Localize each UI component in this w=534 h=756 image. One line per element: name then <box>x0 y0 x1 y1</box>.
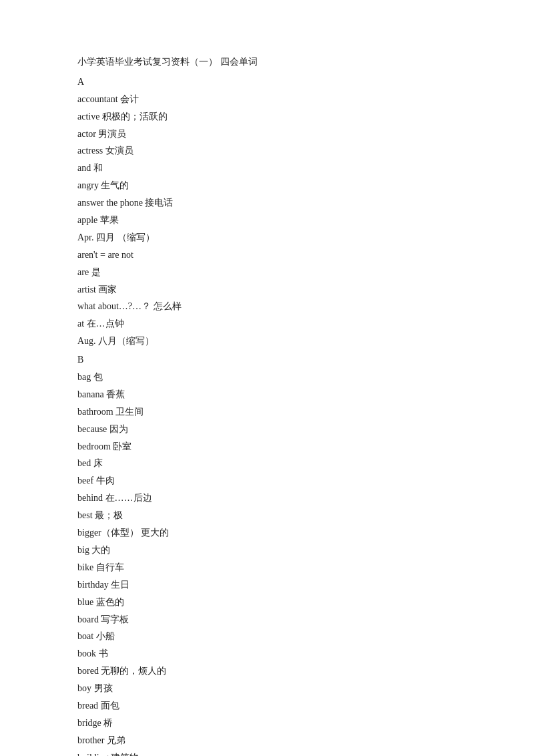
list-item: bored 无聊的，烦人的 <box>77 663 457 680</box>
list-item: big 大的 <box>77 542 457 559</box>
list-item: bigger（体型） 更大的 <box>77 524 457 542</box>
list-item: actor 男演员 <box>77 126 457 143</box>
list-item: bed 床 <box>77 455 457 472</box>
list-item: bathroom 卫生间 <box>77 403 457 421</box>
page-title: 小学英语毕业考试复习资料（一） 四会单词 <box>77 53 457 71</box>
list-item: boat 小船 <box>77 628 457 645</box>
list-item: birthday 生日 <box>77 576 457 594</box>
list-item: banana 香蕉 <box>77 386 457 403</box>
list-item: board 写字板 <box>77 611 457 628</box>
list-item: accountant 会计 <box>77 91 457 108</box>
list-item: book 书 <box>77 645 457 663</box>
list-item: brother 兄弟 <box>77 732 457 749</box>
list-item: Apr. 四月 （缩写） <box>77 229 457 246</box>
list-item: bridge 桥 <box>77 715 457 732</box>
list-item: bedroom 卧室 <box>77 438 457 455</box>
list-item: what about…?…？ 怎么样 <box>77 298 457 315</box>
section-letter-b: B <box>77 351 457 369</box>
list-item: building 建筑物 <box>77 749 457 756</box>
list-item: aren't = are not <box>77 246 457 264</box>
list-item: apple 苹果 <box>77 212 457 229</box>
list-item: active 积极的；活跃的 <box>77 108 457 126</box>
section-letter-a: A <box>77 73 457 91</box>
list-item: beef 牛肉 <box>77 472 457 490</box>
list-item: behind 在……后边 <box>77 490 457 507</box>
list-item: bread 面包 <box>77 697 457 715</box>
list-item: bike 自行车 <box>77 559 457 576</box>
list-item: blue 蓝色的 <box>77 594 457 611</box>
list-item: Aug. 八月（缩写） <box>77 333 457 350</box>
list-item: and 和 <box>77 160 457 177</box>
list-item: actress 女演员 <box>77 142 457 160</box>
list-item: at 在…点钟 <box>77 315 457 333</box>
word-list-b: bag 包banana 香蕉bathroom 卫生间because 因为bedr… <box>77 369 457 756</box>
word-list-a: accountant 会计active 积极的；活跃的actor 男演员actr… <box>77 91 457 350</box>
list-item: boy 男孩 <box>77 680 457 697</box>
list-item: angry 生气的 <box>77 177 457 194</box>
list-item: best 最；极 <box>77 507 457 524</box>
list-item: because 因为 <box>77 421 457 438</box>
list-item: bag 包 <box>77 369 457 386</box>
list-item: are 是 <box>77 264 457 281</box>
list-item: answer the phone 接电话 <box>77 194 457 212</box>
list-item: artist 画家 <box>77 281 457 299</box>
